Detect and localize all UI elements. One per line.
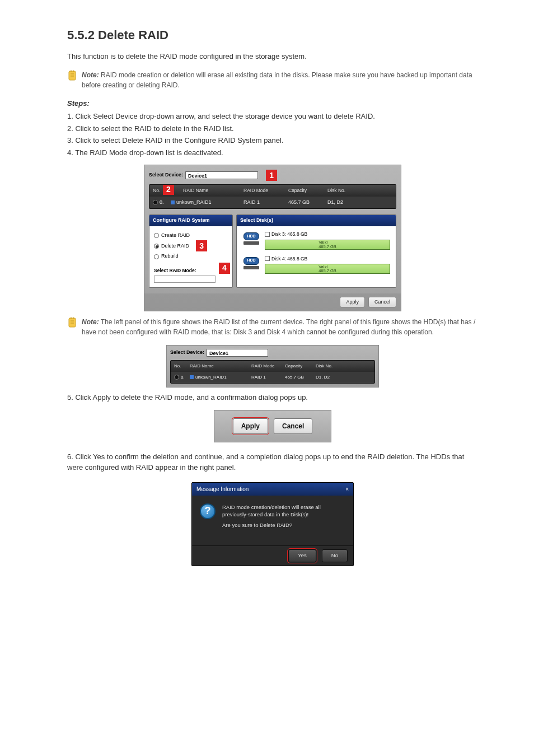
apply-button[interactable]: Apply (340, 297, 365, 308)
svg-rect-4 (71, 70, 72, 72)
disk-4-row: HDD Disk 4: 465.8 GB Valid465.7 GB (242, 255, 390, 274)
raid-mode-dropdown (154, 276, 216, 283)
cancel-button[interactable]: Cancel (368, 297, 396, 308)
select-device-label-2: Select Device: (170, 349, 204, 357)
section-heading: 5.5.2 Delete RAID (67, 28, 168, 42)
note-block-1: Note: RAID mode creation or deletion wil… (67, 70, 478, 90)
step-2: 2. Click to select the RAID to delete in… (67, 123, 478, 134)
opt-create-raid[interactable]: Create RAID (154, 232, 228, 240)
disk-4-checkbox[interactable] (265, 256, 270, 261)
disk-3-bar: Valid465.7 GB (265, 240, 390, 250)
no-button[interactable]: No (322, 549, 348, 562)
note-text-2: Note: The left panel of this figure show… (82, 317, 478, 337)
callout-4: 4 (219, 263, 230, 274)
dialog-line-2: Are you sure to Delete RAID? (222, 521, 345, 529)
step-1: 1. Click Select Device drop-down arrow, … (67, 111, 478, 122)
opt-delete-raid[interactable]: Delete RAID 3 (154, 240, 228, 251)
raid-list-highlight: Select Device: Device1 No. RAID Name RAI… (166, 345, 379, 388)
opt-rebuild[interactable]: Rebuild (154, 253, 228, 260)
select-device-dropdown[interactable]: Device1 (185, 171, 258, 179)
select-disks-header: Select Disk(s) (237, 215, 396, 226)
step-3: 3. Click to select Delete RAID in the Co… (67, 135, 478, 146)
col-mode: RAID Mode (243, 187, 288, 194)
col-name: RAID Name (171, 187, 243, 194)
svg-rect-0 (69, 71, 76, 80)
raid-config-screenshot: Select Device: Device1 1 No. 2 RAID Name… (144, 165, 401, 311)
svg-rect-5 (73, 70, 74, 72)
raid-row-0[interactable]: 0. unkown_RAID1 RAID 1 465.7 GB D1, D2 (149, 197, 396, 209)
question-icon: ? (200, 503, 216, 519)
intro-paragraph: This function is to delete the RAID mode… (67, 51, 478, 62)
select-device-label: Select Device: (149, 171, 183, 179)
apply-cancel-strip: Apply Cancel (214, 410, 331, 442)
select-device-dropdown-2[interactable]: Device1 (207, 349, 268, 357)
callout-1: 1 (266, 170, 277, 181)
hdd-icon: HDD (242, 231, 260, 246)
step-5: 5. Click Apply to delete the RAID mode, … (67, 392, 478, 403)
svg-rect-6 (69, 318, 76, 327)
hdd-icon: HDD (242, 255, 260, 271)
disk-4-label: Disk 4: 465.8 GB (271, 255, 307, 263)
disk-4-bar: Valid465.7 GB (265, 264, 390, 274)
col-capacity: Capacity (288, 187, 327, 194)
select-disks-card: Select Disk(s) HDD Disk 3: 465.8 GB Vali… (236, 214, 396, 287)
steps: Steps: 1. Click Select Device drop-down … (67, 98, 478, 158)
configure-raid-header: Configure RAID System (149, 215, 232, 226)
disk-3-row: HDD Disk 3: 465.8 GB Valid465.7 GB (242, 231, 390, 250)
apply-button-big[interactable]: Apply (233, 418, 268, 434)
note-block-2: Note: The left panel of this figure show… (67, 317, 478, 337)
confirm-dialog: Message Information × ? RAID mode creati… (191, 482, 354, 566)
select-raid-mode-label: Select RAID Mode: (154, 267, 228, 274)
svg-rect-10 (71, 318, 72, 319)
raid-table: No. 2 RAID Name RAID Mode Capacity Disk … (149, 184, 396, 209)
yes-button[interactable]: Yes (288, 549, 316, 562)
note-icon (67, 70, 77, 81)
note-icon (67, 317, 77, 328)
note-text-1: Note: RAID mode creation or deletion wil… (82, 70, 478, 90)
svg-rect-11 (73, 318, 74, 319)
configure-raid-card: Configure RAID System Create RAID Delete… (149, 214, 233, 287)
cancel-button-big[interactable]: Cancel (274, 418, 312, 434)
step-6: 6. Click Yes to confirm the deletion and… (67, 451, 478, 473)
close-icon[interactable]: × (345, 485, 349, 493)
callout-2: 2 (163, 184, 174, 195)
steps-title: Steps: (67, 98, 478, 109)
dialog-title: Message Information (196, 485, 249, 493)
step-4: 4. The RAID Mode drop-down list is deact… (67, 147, 478, 158)
disk-3-label: Disk 3: 465.8 GB (271, 231, 307, 238)
red-highlight-table (170, 360, 375, 384)
col-diskno: Disk No. (327, 187, 367, 194)
callout-3: 3 (196, 240, 207, 251)
disk-3-checkbox[interactable] (265, 232, 270, 237)
dialog-line-1: RAID mode creation/deletion will erase a… (222, 503, 345, 519)
